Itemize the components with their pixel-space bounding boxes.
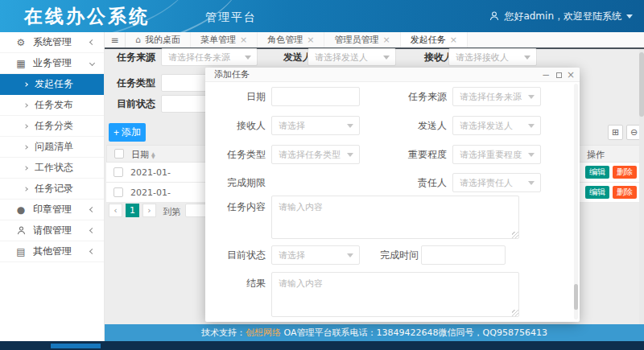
sidebar-group-label: 业务管理 bbox=[33, 56, 72, 70]
footer-support-label: 技术支持： bbox=[201, 327, 246, 338]
filter-receiver-select[interactable]: 请选择接收人 bbox=[448, 48, 537, 66]
page-prev-button[interactable]: ‹ bbox=[109, 204, 122, 217]
cell-date: 2021-01- bbox=[130, 187, 171, 198]
sort-icon[interactable]: ▲▼ bbox=[151, 152, 155, 159]
close-icon[interactable]: × bbox=[307, 35, 314, 44]
sidebar-item-label: 问题清单 bbox=[35, 140, 73, 154]
sidebar-group-seal[interactable]: ● 印章管理 bbox=[0, 200, 104, 220]
chevron-down-icon bbox=[528, 153, 535, 157]
tab-label: 菜单管理 bbox=[200, 34, 236, 46]
edit-button[interactable]: 编辑 bbox=[585, 186, 609, 199]
task-source-select[interactable]: 请选择任务来源 bbox=[452, 87, 541, 106]
owner-select[interactable]: 请选择责任人 bbox=[452, 173, 541, 192]
current-status-select[interactable]: 请选择 bbox=[271, 245, 360, 265]
filter-status-label: 目前状态 bbox=[117, 95, 155, 113]
chevron-right-icon bbox=[23, 145, 28, 150]
sidebar-group-label: 印章管理 bbox=[33, 203, 72, 216]
export-icon[interactable]: ⊞ bbox=[608, 125, 623, 140]
tab-admin-management[interactable]: 管理员管理 × bbox=[324, 32, 400, 47]
chevron-down-icon bbox=[626, 14, 633, 19]
sidebar-item-task-publish[interactable]: 任务发布 bbox=[0, 95, 104, 116]
chevron-down-icon bbox=[528, 124, 535, 128]
tabs-menu-icon[interactable]: ≡ bbox=[105, 32, 126, 47]
chevron-right-icon bbox=[23, 82, 28, 87]
dialog-scrollbar-thumb[interactable] bbox=[574, 284, 578, 310]
dialog-titlebar[interactable]: 添加任务 − × bbox=[205, 68, 580, 82]
sidebar-group-business[interactable]: ▦ 业务管理 bbox=[0, 53, 104, 74]
select-all-checkbox[interactable] bbox=[114, 149, 124, 159]
page-number[interactable]: 1 bbox=[126, 204, 139, 217]
chevron-down-icon bbox=[347, 253, 353, 257]
sidebar-item-initiate-task[interactable]: 发起任务 bbox=[0, 74, 104, 95]
date-input[interactable] bbox=[272, 88, 359, 105]
chevron-down-icon bbox=[528, 95, 535, 99]
date-label: 日期 bbox=[209, 87, 266, 106]
deadline-label: 完成期限 bbox=[209, 173, 266, 192]
tab-label: 发起任务 bbox=[411, 34, 446, 46]
sidebar-item-label: 发起任务 bbox=[35, 77, 73, 91]
tab-my-desktop[interactable]: ⌂ 我的桌面 bbox=[126, 32, 191, 47]
chevron-left-icon bbox=[89, 39, 95, 45]
row-checkbox[interactable] bbox=[114, 167, 123, 177]
select-placeholder: 请选择任务来源 bbox=[168, 51, 230, 64]
add-button[interactable]: + 添加 bbox=[109, 123, 146, 142]
filter-sender-select[interactable]: 请选择发送人 bbox=[308, 48, 396, 66]
dialog-scrollbar[interactable] bbox=[574, 84, 578, 319]
task-source-label: 任务来源 bbox=[390, 87, 447, 106]
dialog-title: 添加任务 bbox=[214, 68, 250, 82]
row-checkbox[interactable] bbox=[114, 187, 123, 197]
sidebar-group-system[interactable]: ⚙ 系统管理 bbox=[0, 32, 104, 53]
footer-company-link[interactable]: 创想网络 bbox=[246, 327, 281, 338]
page-scrollbar[interactable] bbox=[639, 49, 644, 324]
delete-button[interactable]: 删除 bbox=[613, 166, 637, 179]
sidebar-item-task-record[interactable]: 任务记录 bbox=[0, 179, 104, 200]
sidebar-group-other[interactable]: ▤ 其他管理 bbox=[0, 241, 104, 262]
sidebar-item-work-status[interactable]: 工作状态 bbox=[0, 158, 104, 179]
sidebar-item-issue-list[interactable]: 问题清单 bbox=[0, 137, 104, 158]
finish-time-input[interactable] bbox=[422, 246, 505, 264]
tab-role-management[interactable]: 角色管理 × bbox=[258, 32, 324, 47]
chevron-left-icon bbox=[89, 207, 95, 212]
edit-button[interactable]: 编辑 bbox=[585, 166, 609, 179]
result-textarea[interactable] bbox=[271, 272, 519, 317]
chevron-right-icon bbox=[23, 103, 28, 108]
sidebar-group-label: 其他管理 bbox=[33, 245, 72, 258]
chevron-down-icon bbox=[383, 56, 390, 60]
task-type-select[interactable]: 请选择任务类型 bbox=[271, 145, 360, 164]
close-icon[interactable]: × bbox=[566, 70, 576, 80]
chevron-down-icon bbox=[245, 56, 251, 60]
importance-select[interactable]: 请选择重要程度 bbox=[452, 145, 541, 164]
gear-icon: ⚙ bbox=[14, 37, 27, 48]
clipboard-icon: ▤ bbox=[14, 246, 27, 257]
add-button-label: 添加 bbox=[122, 126, 141, 139]
chevron-left-icon bbox=[89, 228, 95, 233]
page-next-button[interactable]: › bbox=[142, 204, 156, 217]
chevron-right-icon bbox=[23, 187, 28, 191]
page-scrollbar-thumb[interactable] bbox=[639, 52, 644, 117]
resize-grip-icon[interactable] bbox=[512, 232, 518, 238]
tab-label: 角色管理 bbox=[267, 34, 303, 46]
sidebar-group-leave[interactable]: 请假管理 bbox=[0, 220, 104, 241]
add-task-dialog: 添加任务 − × 日期 任务来源 请选择任务来源 接收人 请选择 发送人 请选择… bbox=[205, 68, 580, 322]
tab-initiate-task[interactable]: 发起任务 × bbox=[401, 32, 468, 47]
finish-time-input-wrap bbox=[421, 245, 506, 265]
task-content-textarea[interactable] bbox=[271, 196, 519, 239]
user-icon bbox=[489, 11, 499, 21]
resize-grip-icon[interactable] bbox=[512, 310, 518, 316]
sidebar-item-task-category[interactable]: 任务分类 bbox=[0, 116, 104, 137]
sender-select[interactable]: 请选择发送人 bbox=[452, 116, 541, 135]
close-icon[interactable]: × bbox=[382, 35, 390, 44]
minimize-icon[interactable]: − bbox=[541, 70, 551, 80]
user-menu[interactable]: 您好admin，欢迎登陆系统 bbox=[489, 0, 633, 32]
filter-source-select[interactable]: 请选择任务来源 bbox=[161, 48, 258, 66]
close-icon[interactable]: × bbox=[240, 35, 247, 44]
chevron-down-icon bbox=[89, 60, 95, 66]
close-icon[interactable]: × bbox=[450, 35, 457, 44]
sidebar-item-label: 任务分类 bbox=[35, 119, 73, 133]
receiver-label: 接收人 bbox=[209, 116, 266, 135]
receiver-select[interactable]: 请选择 bbox=[271, 116, 360, 135]
brand-title: 在线办公系统 bbox=[24, 4, 150, 29]
maximize-icon[interactable] bbox=[554, 70, 564, 80]
tab-menu-management[interactable]: 菜单管理 × bbox=[191, 32, 258, 47]
delete-button[interactable]: 删除 bbox=[613, 186, 637, 199]
